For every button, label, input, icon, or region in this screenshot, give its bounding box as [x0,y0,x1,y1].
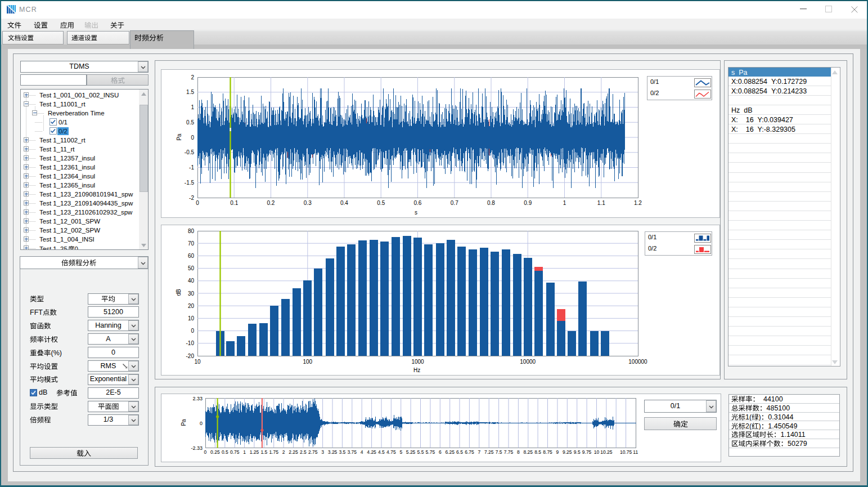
svg-text:1.450549: 1.450549 [768,422,797,430]
svg-text:): ) [759,422,761,430]
svg-text:): ) [759,413,761,421]
svg-text:50279: 50279 [788,440,807,448]
svg-text:1(: 1( [745,413,752,421]
svg-text:44100: 44100 [759,396,783,404]
svg-text:FFT: FFT [30,309,43,316]
svg-text:s Pa: s Pa [731,69,748,77]
svg-text:(%): (%) [51,349,62,357]
svg-text:485100: 485100 [767,404,790,412]
svg-text:2(: 2( [745,422,752,430]
svg-text:0.31044: 0.31044 [768,413,793,421]
svg-text:1.14011: 1.14011 [781,431,806,439]
